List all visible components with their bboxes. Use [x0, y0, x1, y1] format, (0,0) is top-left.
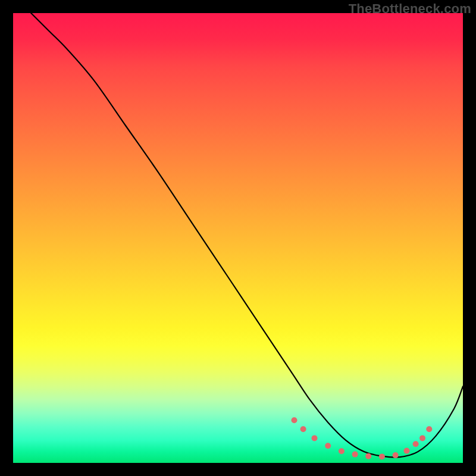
- trough-dot: [365, 453, 371, 459]
- trough-dot: [339, 448, 345, 454]
- trough-dot: [352, 452, 358, 458]
- trough-dot: [393, 452, 399, 458]
- trough-dot: [379, 453, 385, 459]
- trough-dot: [404, 448, 410, 454]
- trough-dots: [292, 417, 433, 459]
- trough-dot: [413, 441, 419, 447]
- bottleneck-curve: [31, 13, 463, 458]
- chart-svg: [13, 13, 463, 463]
- trough-dot: [419, 435, 425, 441]
- trough-dot: [426, 426, 432, 432]
- trough-dot: [300, 426, 306, 432]
- trough-dot: [292, 417, 298, 423]
- chart-frame: TheBottleneck.com: [0, 0, 476, 476]
- trough-dot: [325, 443, 331, 449]
- trough-dot: [312, 435, 318, 441]
